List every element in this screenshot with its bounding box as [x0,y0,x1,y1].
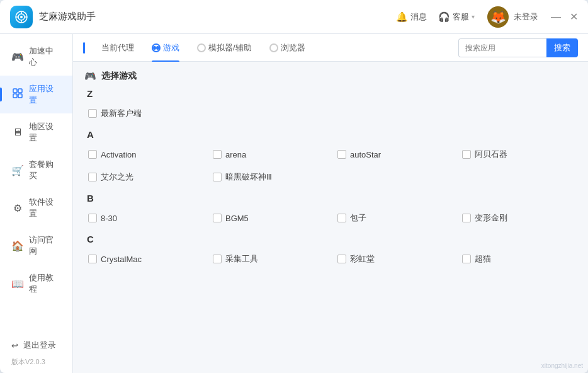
checkbox-latest-client[interactable] [88,109,97,118]
game-item-caiyu[interactable]: 彩虹堂 [334,250,452,268]
game-label: BGM5 [225,214,249,223]
svg-rect-9 [13,94,17,98]
version-text: 版本V2.0.3 [0,355,72,373]
chevron-down-icon: ▾ [472,13,475,20]
game-label: 采集工具 [225,253,258,265]
main-window: 芝麻游戏助手 🔔 消息 🎧 客服 ▾ 🦊 未登录 — ✕ 🎮 [0,0,588,373]
tab-label: 浏览器 [281,42,305,54]
group-z: Z 最新客户端 [84,88,577,123]
tab-browser[interactable]: 浏览器 [261,34,314,62]
game-item-bgm5[interactable]: BGM5 [209,209,327,227]
sidebar-item-tutorial[interactable]: 📖 使用教程 [0,265,72,302]
game-grid-c: CrystalMac 采集工具 彩虹堂 超猫 [84,250,577,268]
checkbox-baozi[interactable] [337,214,346,222]
sidebar-item-official[interactable]: 🏠 访问官网 [0,227,72,265]
sidebar-item-app-settings[interactable]: 应用设置 [0,76,72,113]
game-item-anpo[interactable]: 暗黑破坏神Ⅲ [209,168,327,186]
radio-browser [269,43,278,52]
game-item-autostar[interactable]: autoStar [334,145,452,164]
checkbox-arena[interactable] [213,150,222,159]
game-grid-z: 最新客户端 [84,104,577,123]
checkbox-b830[interactable] [88,214,97,222]
radio-games [152,43,161,52]
close-button[interactable]: ✕ [570,12,578,22]
group-a: A Activation arena autoStar [84,129,577,186]
game-item-b830[interactable]: 8-30 [84,209,203,227]
checkbox-bgm5[interactable] [213,214,222,222]
support-button[interactable]: 🎧 客服 ▾ [438,11,475,23]
checkbox-abeshi[interactable] [462,150,471,159]
radio-emulator [197,43,206,52]
game-item-chao[interactable]: 超猫 [458,250,577,268]
sidebar-item-label: 地区设置 [29,121,61,144]
tab-label: 模拟器/辅助 [208,42,252,54]
sidebar-item-package[interactable]: 🛒 套餐购买 [0,151,72,189]
tab-emulator[interactable]: 模拟器/辅助 [188,34,261,62]
letter-z: Z [84,88,577,99]
game-item-crystalmac[interactable]: CrystalMac [84,250,203,268]
tab-current-proxy[interactable]: 当前代理 [93,34,143,62]
tab-label: 游戏 [163,42,179,54]
search-button[interactable]: 搜索 [546,38,578,57]
logout-icon: ↩ [11,341,18,350]
tab-bar: 当前代理 游戏 模拟器/辅助 浏览器 [73,34,588,62]
game-icon: 🎮 [84,71,96,82]
content-area: 当前代理 游戏 模拟器/辅助 浏览器 [73,34,588,373]
game-grid-b: 8-30 BGM5 包子 变形金刚 [84,209,577,227]
minimize-button[interactable]: — [551,12,561,22]
sidebar-spacer [0,302,72,332]
letter-c: C [84,234,577,244]
svg-rect-8 [18,89,22,93]
monitor-icon: 🖥 [11,127,24,138]
book-icon: 📖 [11,278,24,290]
logout-label: 退出登录 [23,340,56,351]
bell-icon: 🔔 [396,11,408,23]
letter-b: B [84,193,577,204]
letter-a: A [84,129,577,140]
gear-icon: ⚙ [11,202,24,214]
cart-icon: 🛒 [11,164,24,176]
search-input[interactable] [458,38,546,57]
checkbox-activation[interactable] [88,150,97,159]
avatar[interactable]: 🦊 [487,6,509,28]
game-item-baozi[interactable]: 包子 [334,209,452,227]
game-item-latest-client[interactable]: 最新客户端 [84,104,203,123]
message-button[interactable]: 🔔 消息 [396,11,427,23]
game-item-caiji[interactable]: 采集工具 [209,250,327,268]
app-logo [10,6,33,28]
tab-label: 当前代理 [101,42,134,54]
game-item-bianxing[interactable]: 变形金刚 [458,209,577,227]
game-label: 阿贝石器 [475,149,507,160]
tab-games[interactable]: 游戏 [143,34,188,62]
checkbox-bianxing[interactable] [462,214,471,222]
sidebar-item-accelerate[interactable]: 🎮 加速中心 [0,38,72,76]
group-c: C CrystalMac 采集工具 彩虹堂 [84,234,577,268]
gamepad-icon: 🎮 [11,51,24,63]
sidebar-item-label: 加速中心 [29,45,61,68]
svg-rect-7 [13,89,17,93]
game-item-arena[interactable]: arena [209,145,327,164]
checkbox-anpo[interactable] [213,173,222,181]
checkbox-caiyu[interactable] [337,255,346,263]
sidebar-item-label: 应用设置 [29,83,61,106]
game-item-activation[interactable]: Activation [84,145,203,164]
checkbox-airzhi[interactable] [88,173,97,181]
svg-rect-10 [18,94,22,98]
game-label: CrystalMac [101,255,142,264]
game-label: 彩虹堂 [350,253,375,265]
search-area: 搜索 [458,38,578,57]
checkbox-chao[interactable] [462,255,471,263]
game-item-airzhi[interactable]: 艾尔之光 [84,168,203,186]
logout-button[interactable]: ↩ 退出登录 [0,332,72,355]
checkbox-crystalmac[interactable] [88,255,97,263]
game-item-abeshi[interactable]: 阿贝石器 [458,145,577,164]
game-label: Activation [101,150,136,159]
game-label: 8-30 [101,214,117,223]
game-grid-a: Activation arena autoStar 阿贝石器 [84,145,577,186]
sidebar-item-region[interactable]: 🖥 地区设置 [0,113,72,151]
window-controls: — ✕ [551,12,578,22]
checkbox-autostar[interactable] [337,150,346,159]
game-label: 包子 [350,212,366,224]
checkbox-caiji[interactable] [213,255,222,263]
sidebar-item-software[interactable]: ⚙ 软件设置 [0,189,72,227]
